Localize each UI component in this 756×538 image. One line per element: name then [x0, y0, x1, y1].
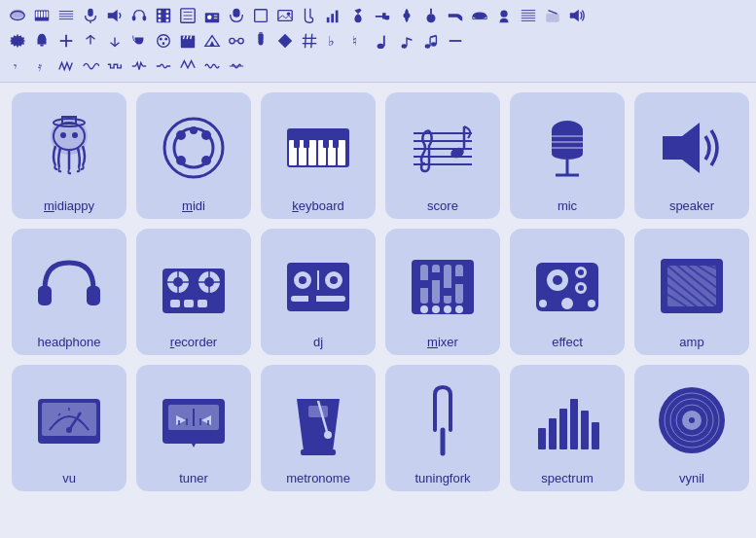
svg-rect-165	[417, 280, 431, 288]
toolbar-icon-piano[interactable]	[30, 4, 54, 27]
toolbar-icon-note3[interactable]	[419, 29, 443, 53]
toolbar-icon-flat[interactable]: ♭	[322, 29, 345, 53]
icon-grid: midiappy midi	[0, 83, 756, 501]
svg-text:♭: ♭	[328, 33, 335, 49]
toolbar-row-2: ♭ ♮	[6, 29, 750, 53]
toolbar-icon-radio2[interactable]	[541, 4, 564, 27]
toolbar-icon-wave-e[interactable]	[152, 54, 175, 78]
toolbar-icon-wave-f[interactable]	[176, 54, 199, 78]
card-mic[interactable]: mic	[510, 92, 625, 219]
toolbar-icon-trumpet[interactable]	[371, 4, 394, 27]
toolbar-icon-violin[interactable]	[395, 4, 418, 27]
toolbar-icon-wave-d[interactable]	[127, 54, 151, 78]
toolbar-icon-masks[interactable]	[127, 29, 151, 53]
toolbar-icon-mic[interactable]	[79, 4, 102, 27]
svg-rect-138	[87, 286, 100, 305]
toolbar-icon-rest2[interactable]: 𝄿	[30, 54, 54, 78]
card-amp[interactable]: amp	[634, 229, 749, 355]
card-midi[interactable]: midi	[136, 92, 251, 219]
svg-marker-53	[570, 10, 579, 22]
card-amp-label: amp	[679, 335, 703, 349]
toolbar-icon-bugle[interactable]	[444, 4, 467, 27]
card-midiappy-label: midiappy	[44, 198, 94, 213]
toolbar-icon-plus[interactable]	[54, 29, 78, 53]
toolbar-icon-score[interactable]	[54, 4, 78, 27]
svg-point-154	[299, 276, 306, 284]
svg-rect-72	[258, 34, 263, 41]
toolbar-icon-up-arrow[interactable]	[79, 29, 102, 53]
card-midiappy[interactable]: midiappy	[12, 92, 126, 219]
card-spectrum[interactable]: spectrum	[510, 365, 625, 491]
card-mixer[interactable]: mixer	[385, 229, 500, 355]
card-effect-label: effect	[552, 335, 583, 349]
toolbar-icon-wave-g[interactable]	[200, 54, 224, 78]
svg-rect-227	[581, 411, 589, 449]
card-score[interactable]: score	[385, 92, 500, 219]
card-recorder[interactable]: recorder	[136, 229, 251, 355]
icon-keyboard	[267, 100, 370, 195]
toolbar-icon-drum[interactable]	[6, 4, 29, 27]
card-effect[interactable]: effect	[510, 229, 625, 355]
toolbar-icon-wave-b[interactable]	[79, 54, 102, 78]
toolbar-icon-photo[interactable]	[273, 4, 297, 27]
toolbar-icon-speaker2[interactable]	[565, 4, 589, 27]
svg-rect-32	[233, 9, 239, 18]
toolbar-icon-banjo[interactable]	[419, 4, 443, 27]
toolbar-icon-wave-c[interactable]	[103, 54, 126, 78]
icon-speaker	[640, 100, 743, 195]
toolbar-icon-dash[interactable]	[444, 29, 467, 53]
card-vynil[interactable]: vynil	[634, 365, 749, 491]
card-tuner[interactable]: tuner	[136, 365, 251, 491]
svg-rect-21	[166, 11, 169, 14]
svg-rect-137	[38, 286, 52, 305]
toolbar-icon-note2[interactable]	[395, 29, 418, 53]
card-speaker[interactable]: speaker	[634, 92, 749, 219]
svg-point-39	[427, 14, 436, 22]
toolbar-icon-rest1[interactable]: 𝄾	[6, 54, 29, 78]
toolbar-icon-quarternote2[interactable]	[371, 29, 394, 53]
toolbar-icon-clapboard[interactable]	[176, 29, 199, 53]
toolbar-icon-palette[interactable]	[152, 29, 175, 53]
toolbar-icon-vocal[interactable]	[492, 4, 516, 27]
toolbar-icon-saxophone[interactable]	[298, 4, 321, 27]
card-spectrum-label: spectrum	[541, 471, 593, 485]
toolbar-icon-box[interactable]	[249, 4, 272, 27]
toolbar-icon-plug[interactable]	[249, 29, 272, 53]
toolbar-icon-tent[interactable]	[200, 29, 224, 53]
svg-point-177	[578, 269, 584, 275]
toolbar-icon-natural[interactable]: ♮	[346, 29, 370, 53]
card-vu[interactable]: vu	[12, 365, 126, 491]
icon-headphone	[18, 236, 121, 331]
toolbar-icon-gear[interactable]	[6, 29, 29, 53]
toolbar-icon-film[interactable]	[152, 4, 175, 27]
card-headphone[interactable]: headphone	[12, 229, 126, 355]
toolbar-icon-guitar[interactable]	[346, 4, 370, 27]
icon-midi	[142, 100, 245, 195]
toolbar-icon-wave-a[interactable]	[54, 54, 78, 78]
card-keyboard[interactable]: keyboard	[261, 92, 376, 219]
toolbar-icon-diamond[interactable]	[273, 29, 297, 53]
toolbar-icon-equalizer[interactable]	[176, 4, 199, 27]
toolbar-icon-radio-sm[interactable]	[200, 4, 224, 27]
toolbar-icon-down-arrow[interactable]	[103, 29, 126, 53]
card-metronome[interactable]: metronome	[261, 365, 376, 491]
card-dj[interactable]: dj	[261, 229, 376, 355]
toolbar-icon-bars[interactable]	[322, 4, 345, 27]
toolbar-icon-hash[interactable]	[298, 29, 321, 53]
toolbar-icon-snare[interactable]	[468, 4, 491, 27]
toolbar-icon-speaker-sm[interactable]	[103, 4, 126, 27]
svg-point-180	[560, 297, 574, 310]
toolbar-icon-staff[interactable]	[517, 4, 540, 27]
card-vu-label: vu	[62, 471, 76, 485]
toolbar-icon-headphone-sm[interactable]	[127, 4, 151, 27]
toolbar-icon-wave-h[interactable]	[225, 54, 248, 78]
icon-midiappy	[18, 100, 121, 195]
toolbar-icon-bell[interactable]	[30, 29, 54, 53]
card-tuningfork[interactable]: tuningfork	[385, 365, 500, 491]
svg-point-82	[378, 44, 384, 49]
svg-line-76	[306, 34, 306, 48]
toolbar-icon-mic2[interactable]	[225, 4, 248, 27]
svg-point-84	[402, 44, 407, 49]
svg-point-182	[588, 300, 595, 307]
toolbar-icon-connector[interactable]	[225, 29, 248, 53]
